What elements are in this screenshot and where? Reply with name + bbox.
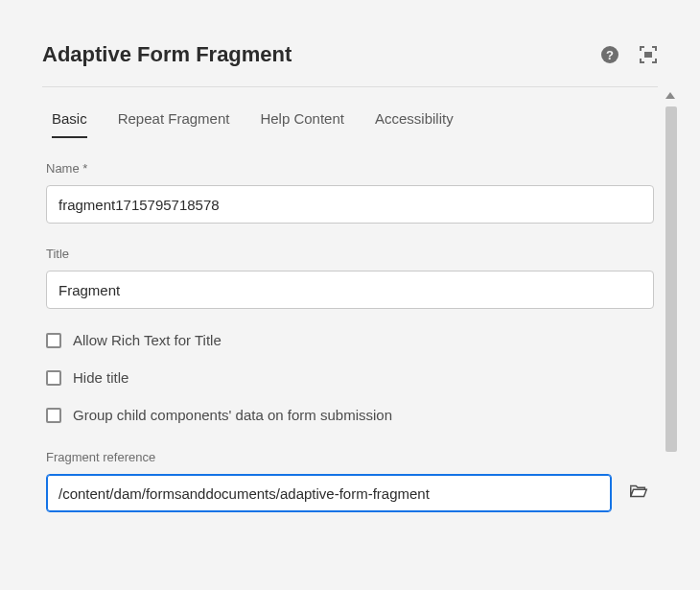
name-input[interactable] [46,185,654,224]
field-name: Name * [46,161,654,224]
title-input[interactable] [46,271,654,309]
folder-open-icon [628,481,649,506]
name-label: Name * [46,161,654,176]
scrollbar[interactable] [665,106,677,452]
tabs: Basic Repeat Fragment Help Content Acces… [42,87,658,138]
field-allow-rich: Allow Rich Text for Title [46,332,654,348]
title-label: Title [46,247,654,261]
hide-title-checkbox[interactable] [46,370,61,386]
scroll-up-arrow[interactable] [665,92,675,99]
panel-content: Basic Repeat Fragment Help Content Acces… [23,87,677,568]
panel-title: Adaptive Form Fragment [42,42,292,67]
field-fragment-ref: Fragment reference [46,450,654,512]
svg-text:?: ? [606,48,614,62]
field-title: Title [46,247,654,309]
form-body: Name * Title Allow Rich Text for Title H… [42,138,658,512]
tab-accessibility[interactable]: Accessibility [375,110,454,138]
help-icon[interactable]: ? [600,45,619,64]
tab-basic[interactable]: Basic [52,110,87,138]
panel-header: Adaptive Form Fragment ? [23,23,677,86]
field-hide-title: Hide title [46,369,654,386]
tab-repeat-fragment[interactable]: Repeat Fragment [118,110,230,138]
fragment-ref-label: Fragment reference [46,450,654,464]
svg-rect-2 [644,52,652,58]
fragment-ref-input[interactable] [46,474,612,512]
allow-rich-label: Allow Rich Text for Title [73,332,222,348]
tab-help-content[interactable]: Help Content [260,110,344,138]
field-group-child: Group child components' data on form sub… [46,407,654,423]
header-actions: ? [600,45,658,64]
hide-title-label: Hide title [73,369,128,386]
fullscreen-icon[interactable] [639,45,658,64]
group-child-label: Group child components' data on form sub… [73,407,392,423]
group-child-checkbox[interactable] [46,408,61,423]
allow-rich-checkbox[interactable] [46,333,61,348]
browse-button[interactable] [623,478,654,508]
